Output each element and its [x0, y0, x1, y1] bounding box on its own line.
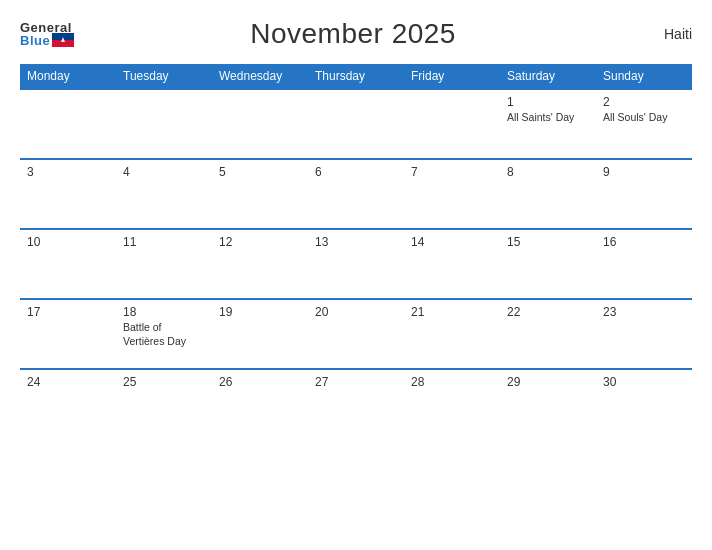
calendar-cell: 8: [500, 159, 596, 229]
calendar-cell: 26: [212, 369, 308, 439]
calendar-cell: 9: [596, 159, 692, 229]
calendar-cell: 1All Saints' Day: [500, 89, 596, 159]
calendar-cell: 22: [500, 299, 596, 369]
calendar-cell: 16: [596, 229, 692, 299]
calendar-cell: [308, 89, 404, 159]
day-number: 2: [603, 95, 685, 109]
day-number: 7: [411, 165, 493, 179]
calendar-cell: 23: [596, 299, 692, 369]
col-header-tuesday: Tuesday: [116, 64, 212, 89]
col-header-wednesday: Wednesday: [212, 64, 308, 89]
calendar-cell: 11: [116, 229, 212, 299]
day-number: 24: [27, 375, 109, 389]
calendar-cell: 18Battle of Vertières Day: [116, 299, 212, 369]
day-number: 10: [27, 235, 109, 249]
calendar-cell: 6: [308, 159, 404, 229]
logo: General Blue: [20, 21, 74, 48]
calendar-cell: 12: [212, 229, 308, 299]
calendar-cell: 19: [212, 299, 308, 369]
calendar-cell: [404, 89, 500, 159]
col-header-friday: Friday: [404, 64, 500, 89]
calendar-week-row: 24252627282930: [20, 369, 692, 439]
header: General Blue November 2025 Haiti: [20, 18, 692, 50]
calendar-cell: [116, 89, 212, 159]
holiday-label: All Souls' Day: [603, 111, 685, 125]
calendar-cell: 4: [116, 159, 212, 229]
calendar-cell: 21: [404, 299, 500, 369]
calendar-cell: 24: [20, 369, 116, 439]
day-number: 19: [219, 305, 301, 319]
day-number: 27: [315, 375, 397, 389]
calendar-cell: 7: [404, 159, 500, 229]
calendar-table: MondayTuesdayWednesdayThursdayFridaySatu…: [20, 64, 692, 439]
day-number: 6: [315, 165, 397, 179]
calendar-title: November 2025: [74, 18, 632, 50]
day-number: 16: [603, 235, 685, 249]
day-number: 25: [123, 375, 205, 389]
calendar-cell: 15: [500, 229, 596, 299]
calendar-cell: 14: [404, 229, 500, 299]
day-number: 3: [27, 165, 109, 179]
day-number: 5: [219, 165, 301, 179]
day-number: 21: [411, 305, 493, 319]
calendar-week-row: 10111213141516: [20, 229, 692, 299]
day-number: 14: [411, 235, 493, 249]
day-number: 4: [123, 165, 205, 179]
calendar-header-row: MondayTuesdayWednesdayThursdayFridaySatu…: [20, 64, 692, 89]
calendar-cell: 30: [596, 369, 692, 439]
day-number: 20: [315, 305, 397, 319]
col-header-saturday: Saturday: [500, 64, 596, 89]
country-label: Haiti: [632, 26, 692, 42]
day-number: 30: [603, 375, 685, 389]
day-number: 18: [123, 305, 205, 319]
day-number: 17: [27, 305, 109, 319]
calendar-cell: 25: [116, 369, 212, 439]
day-number: 15: [507, 235, 589, 249]
day-number: 12: [219, 235, 301, 249]
col-header-thursday: Thursday: [308, 64, 404, 89]
day-number: 1: [507, 95, 589, 109]
calendar-cell: 2All Souls' Day: [596, 89, 692, 159]
holiday-label: Battle of Vertières Day: [123, 321, 205, 348]
day-number: 11: [123, 235, 205, 249]
col-header-monday: Monday: [20, 64, 116, 89]
calendar-week-row: 1All Saints' Day2All Souls' Day: [20, 89, 692, 159]
calendar-week-row: 1718Battle of Vertières Day1920212223: [20, 299, 692, 369]
day-number: 22: [507, 305, 589, 319]
calendar-cell: 17: [20, 299, 116, 369]
calendar-cell: 29: [500, 369, 596, 439]
calendar-cell: 13: [308, 229, 404, 299]
day-number: 8: [507, 165, 589, 179]
day-number: 13: [315, 235, 397, 249]
calendar-cell: 10: [20, 229, 116, 299]
logo-blue-text: Blue: [20, 34, 50, 47]
logo-flag-icon: [52, 33, 74, 47]
calendar-week-row: 3456789: [20, 159, 692, 229]
day-number: 29: [507, 375, 589, 389]
page: General Blue November 2025 Haiti MondayT…: [0, 0, 712, 550]
day-number: 9: [603, 165, 685, 179]
calendar-cell: 5: [212, 159, 308, 229]
calendar-cell: 28: [404, 369, 500, 439]
calendar-cell: 20: [308, 299, 404, 369]
day-number: 23: [603, 305, 685, 319]
calendar-cell: 27: [308, 369, 404, 439]
holiday-label: All Saints' Day: [507, 111, 589, 125]
day-number: 26: [219, 375, 301, 389]
calendar-cell: [212, 89, 308, 159]
calendar-cell: 3: [20, 159, 116, 229]
day-number: 28: [411, 375, 493, 389]
calendar-cell: [20, 89, 116, 159]
col-header-sunday: Sunday: [596, 64, 692, 89]
